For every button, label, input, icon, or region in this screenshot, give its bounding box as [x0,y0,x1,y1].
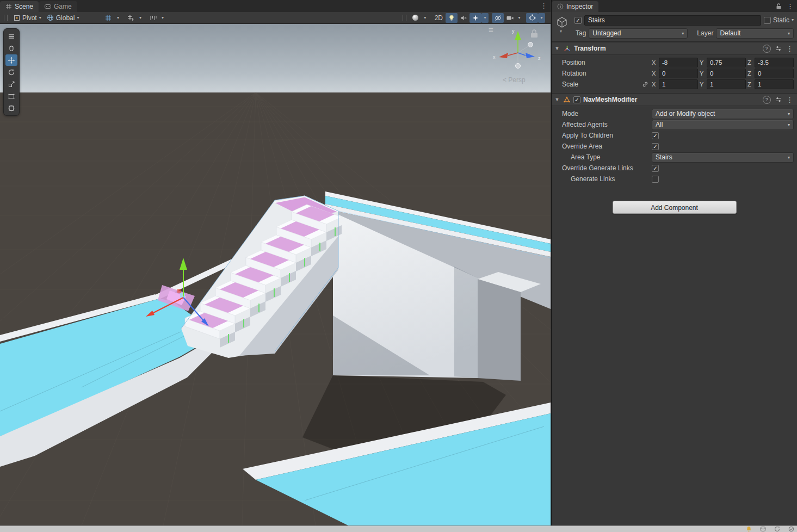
scene-viewport[interactable]: y x z < Persp ≡ [0,24,551,525]
move-icon [8,57,15,64]
transform-tool-button[interactable] [5,102,17,114]
gizmo-plane-handle [177,289,181,293]
inspector-icon [557,3,564,10]
view-tool-button[interactable] [5,42,17,54]
scene-camera-dropdown[interactable]: ▾ [516,13,523,23]
scale-tool-button[interactable] [5,78,17,90]
navmeshmodifier-header[interactable]: ▼ ✓ NavMeshModifier ? ⋮ [552,93,797,106]
rotation-x-field[interactable]: 0 [659,69,698,78]
help-icon[interactable]: ? [763,96,771,104]
gizmos-dropdown[interactable]: ▾ [538,13,545,23]
scene-tabbar: Scene Game ⋮ [0,0,551,12]
scene-camera-button[interactable] [504,13,516,23]
help-icon[interactable]: ? [763,45,771,53]
scale-x-field[interactable]: 1 [659,79,698,89]
affected-agents-label: Affected Agents [562,121,608,128]
rect-tool-button[interactable] [5,90,17,102]
tab-inspector[interactable]: Inspector [552,1,598,12]
area-type-dropdown[interactable]: Stairs▾ [652,152,794,163]
layer-dropdown[interactable]: Default▾ [716,28,794,39]
rotation-z-field[interactable]: 0 [755,69,794,78]
apply-to-children-label: Apply To Children [562,132,613,139]
scene-audio-button[interactable] [458,13,469,23]
sparkle-icon [472,15,479,21]
draw-mode-dropdown[interactable]: ▾ [422,13,429,23]
position-label: Position [562,59,585,66]
viewport-menu-icon[interactable]: ≡ [489,25,493,34]
component-menu-icon[interactable]: ⋮ [786,96,793,104]
icon-select-caret[interactable]: ▾ [560,29,562,34]
gameobject-active-checkbox[interactable]: ✓ [574,17,582,24]
layers-icon[interactable] [760,526,766,532]
generate-links-row: Generate Links ✓ [552,174,797,184]
component-menu-icon[interactable]: ⋮ [786,45,793,53]
generate-links-checkbox[interactable]: ✓ [652,176,659,183]
snap-increment-button[interactable] [147,13,159,23]
transform-foldout-icon[interactable]: ▼ [554,46,560,51]
grid-visibility-button[interactable] [125,13,137,23]
tab-scene[interactable]: Scene [0,1,39,12]
axis-x-label: X [652,70,657,77]
gameobject-name-field[interactable]: Stairs [584,15,761,26]
affected-agents-dropdown[interactable]: All▾ [652,120,794,130]
hidden-objects-button[interactable] [492,13,504,23]
gizmos-button[interactable] [526,13,538,23]
scale-z-field[interactable]: 1 [755,79,794,89]
grid-arrow-icon [127,15,134,21]
component-enabled-checkbox[interactable]: ✓ [573,96,580,103]
static-checkbox[interactable]: ✓ [764,17,771,24]
unlock-icon[interactable] [775,3,782,10]
scene-lighting-button[interactable] [446,13,458,23]
tab-overflow-menu-icon[interactable]: ⋮ [540,2,547,10]
scene-3d-canvas[interactable]: y x z < Persp [0,24,551,525]
position-x-field[interactable]: -8 [659,58,698,67]
presets-icon[interactable] [775,45,782,52]
toolbar-drag-handle[interactable] [4,15,8,21]
rotation-y-field[interactable]: 0 [707,69,746,78]
refresh-icon[interactable] [774,526,780,532]
options-drag-handle[interactable] [403,15,406,21]
scale-y-field[interactable]: 1 [707,79,746,89]
move-tool-button[interactable] [5,54,17,66]
perspective-label[interactable]: < Persp [503,76,526,84]
hand-icon [8,45,15,52]
rotate-tool-button[interactable] [5,66,17,78]
override-area-row: Override Area ✓ [552,141,797,152]
tools-menu-button[interactable] [5,30,17,42]
override-area-label: Override Area [562,143,602,150]
navmeshmodifier-foldout-icon[interactable]: ▼ [554,97,560,102]
inspector-panel: Inspector ⋮ ▾ ✓ Stairs ✓ Static ▾ [551,0,797,525]
link-icon[interactable] [642,81,649,88]
grid-snap-button[interactable] [102,13,114,23]
status-circle-icon[interactable] [788,526,794,532]
tag-dropdown[interactable]: Untagged▾ [589,28,688,39]
scene-effects-button[interactable] [469,13,481,23]
tab-game[interactable]: Game [39,1,77,12]
inspector-menu-icon[interactable]: ⋮ [787,2,794,10]
transform-header[interactable]: ▼ Transform ? ⋮ [552,42,797,55]
add-component-button[interactable]: Add Component [613,201,737,214]
position-z-field[interactable]: -3.5 [755,58,794,67]
grid-visibility-dropdown[interactable]: ▾ [137,13,144,23]
grid-snap-dropdown[interactable]: ▾ [114,13,121,23]
position-y-field[interactable]: 0.75 [707,58,746,67]
scene-effects-dropdown[interactable]: ▾ [481,13,489,23]
snap-increment-dropdown[interactable]: ▾ [159,13,166,23]
notification-bell-icon[interactable] [746,526,752,532]
global-label: Global [56,14,75,22]
mode-dropdown[interactable]: Add or Modify object▾ [652,109,794,119]
draw-mode-button[interactable] [410,13,422,23]
axis-y-label: y [512,28,515,34]
gameobject-cube-icon[interactable] [556,16,568,28]
scene-view-panel: Scene Game ⋮ Pivot ▾ Global ▾ [0,0,551,525]
override-generate-links-checkbox[interactable]: ✓ [652,165,659,172]
2d-mode-button[interactable]: 2D [432,13,446,23]
override-area-checkbox[interactable]: ✓ [652,143,659,150]
global-button[interactable]: Global ▾ [44,13,82,23]
gizmo-center-handle [180,293,185,298]
static-dropdown-caret[interactable]: ▾ [792,18,794,22]
presets-icon[interactable] [775,96,782,103]
rect-icon [8,92,15,100]
pivot-button[interactable]: Pivot ▾ [11,13,44,23]
apply-to-children-checkbox[interactable]: ✓ [652,132,659,139]
